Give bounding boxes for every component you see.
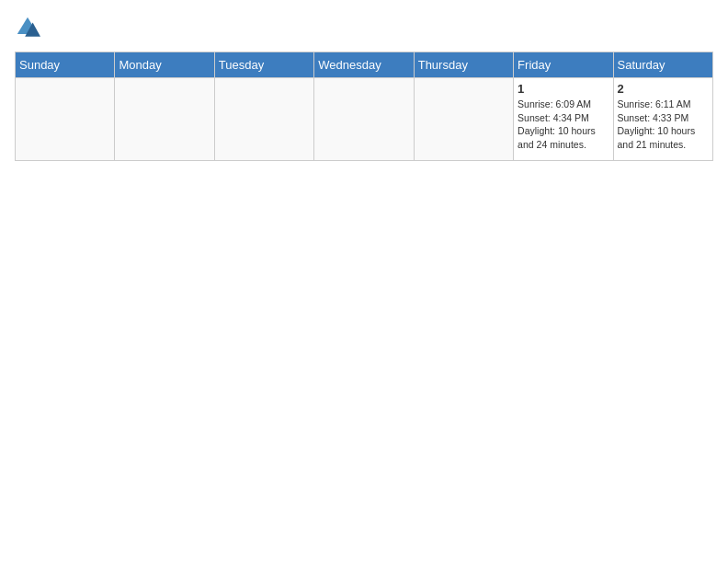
day-number: 1 [518,82,609,96]
calendar-header-row: SundayMondayTuesdayWednesdayThursdayFrid… [16,52,713,78]
calendar-day-cell [414,78,513,161]
weekday-header-thursday: Thursday [414,52,513,78]
day-number: 2 [618,82,709,96]
weekday-header-saturday: Saturday [613,52,712,78]
day-info: Sunrise: 6:09 AMSunset: 4:34 PMDaylight:… [518,98,609,152]
calendar-day-cell [214,78,313,161]
weekday-header-wednesday: Wednesday [314,52,414,78]
page-header [15,15,713,40]
calendar-day-cell [314,78,414,161]
weekday-header-friday: Friday [514,52,613,78]
logo [15,15,44,40]
weekday-header-tuesday: Tuesday [214,52,313,78]
weekday-header-monday: Monday [115,52,214,78]
calendar-table: SundayMondayTuesdayWednesdayThursdayFrid… [15,52,713,161]
calendar-day-cell [16,78,115,161]
calendar-day-cell [115,78,214,161]
logo-icon [15,15,40,40]
calendar-day-cell: 1Sunrise: 6:09 AMSunset: 4:34 PMDaylight… [514,78,613,161]
calendar-day-cell: 2Sunrise: 6:11 AMSunset: 4:33 PMDaylight… [613,78,712,161]
weekday-header-sunday: Sunday [16,52,115,78]
calendar-week-row: 1Sunrise: 6:09 AMSunset: 4:34 PMDaylight… [16,78,713,161]
day-info: Sunrise: 6:11 AMSunset: 4:33 PMDaylight:… [618,98,709,152]
